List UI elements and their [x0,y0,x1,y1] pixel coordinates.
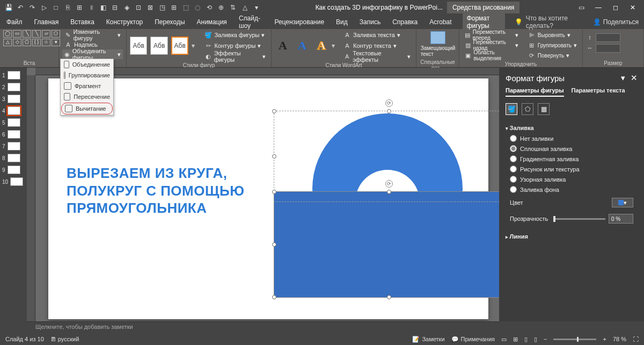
lang-indicator[interactable]: 🖹 русский [50,336,79,342]
fill-picture[interactable]: Рисунок или текстура [506,164,638,174]
qat-icon[interactable]: ◌ [192,2,203,13]
fill-section-header[interactable]: Заливка [506,123,638,133]
save-icon[interactable]: 💾 [3,2,14,13]
menu-design[interactable]: Конструктор [105,16,144,28]
send-backward-button[interactable]: ▥Переместить назад▾ [463,40,521,50]
merge-shapes-button[interactable]: ◉Объединить фигуры▾ [62,49,123,59]
selection-pane-button[interactable]: ▣Область выделения [463,51,521,60]
shape-outline-button[interactable]: ✏Контур фигуры▾ [202,41,268,51]
qat-icon[interactable]: △ [239,2,250,13]
resize-handle[interactable] [272,154,276,159]
qat-icon[interactable]: ◈ [121,2,132,13]
menu-insert[interactable]: Вставка [69,16,96,28]
menu-animations[interactable]: Анимация [196,16,228,28]
qat-icon[interactable]: ⎘ [62,2,73,13]
view-sorter-icon[interactable]: ⊞ [513,336,518,343]
fill-line-icon[interactable]: 🪣 [506,103,517,115]
slide-text[interactable]: ВЫРЕЗАЕМ ИЗ КРУГА, ПОЛУКРУГ С ПОМОЩЬЮ ПР… [67,164,249,217]
notes-pane[interactable]: Щелкните, чтобы добавить заметки [27,321,499,333]
slide-thumb[interactable]: 1 [2,71,25,80]
slide-thumb[interactable]: 9 [2,166,25,174]
qat-icon[interactable]: ◧ [98,2,108,13]
qat-icon[interactable]: ⟲ [204,2,215,13]
slide-thumb[interactable]: 7 [2,142,25,150]
rotate-handle-icon[interactable]: ⟳ [385,180,393,188]
zoom-level[interactable]: 78 % [613,336,626,342]
menu-help[interactable]: Справка [391,16,419,28]
qat-icon[interactable]: ⫴ [86,2,97,13]
fill-gradient[interactable]: Градиентная заливка [506,154,638,164]
effects-tab-icon[interactable]: ⬠ [522,103,533,115]
menu-review[interactable]: Рецензирование [273,16,325,28]
resize-handle[interactable] [387,109,391,113]
qat-icon[interactable]: ⊠ [145,2,156,13]
rotate-button[interactable]: ⟳Повернуть▾ [526,51,579,60]
fill-none[interactable]: Нет заливки [506,133,638,143]
slide-thumb[interactable]: 4 [2,106,25,115]
opacity-input[interactable]: 0 % [609,214,633,224]
tell-me-search[interactable]: 💡Что вы хотите сделать? [515,15,574,30]
combine-item[interactable]: Группирование [61,70,113,81]
qat-icon[interactable]: ⇅ [228,2,238,13]
fit-to-window-icon[interactable]: ⛶ [633,336,639,342]
menu-record[interactable]: Запись [358,16,382,28]
shape-options-tab[interactable]: Параметры фигуры [506,87,564,97]
ribbon-options-icon[interactable]: ▭ [573,1,589,14]
slide-thumb[interactable]: 10 [2,177,25,186]
width-input[interactable] [596,44,620,53]
slide-thumb[interactable]: 5 [2,118,25,127]
context-tab[interactable]: Средства рисования [447,2,519,13]
undo-icon[interactable]: ↶ [15,2,26,13]
redo-icon[interactable]: ↷ [27,2,38,13]
shape-effects-button[interactable]: ◐Эффекты фигуры▾ [202,52,268,61]
zoom-out-icon[interactable]: − [544,336,547,342]
comments-button[interactable]: 💬 Примечания [451,336,495,343]
resize-handle[interactable] [272,295,276,299]
view-reading-icon[interactable]: ▯ [524,336,528,343]
slide-thumb[interactable]: 6 [2,130,25,139]
shapes-gallery[interactable]: ◯▭╲╲▱⬡ △◇⬠{ }☆▾ [3,30,55,46]
zoom-slider[interactable] [553,339,596,340]
fill-background[interactable]: Заливка фона [506,184,638,195]
line-section-header[interactable]: Линия [506,231,638,242]
menu-acrobat[interactable]: Acrobat [428,16,452,28]
wordart-gallery[interactable]: AAA [275,38,330,54]
shape-style-item[interactable]: Абв [130,37,147,55]
share-button[interactable]: 👤Поделиться [593,18,639,26]
color-picker-button[interactable]: ▾ [612,198,633,207]
minimize-icon[interactable]: — [590,1,606,14]
qat-icon[interactable]: ⊕ [216,2,226,13]
view-normal-icon[interactable]: ▭ [501,336,507,343]
qat-icon[interactable]: ⊡ [133,2,144,13]
qat-icon[interactable]: □ [50,2,61,13]
pane-menu-icon[interactable]: ▾ [621,73,625,83]
edit-shape-button[interactable]: ✎Изменить фигуру▾ [62,30,123,40]
text-options-tab[interactable]: Параметры текста [572,87,625,97]
qat-icon[interactable]: ◳ [157,2,167,13]
fill-solid[interactable]: Сплошная заливка [506,143,638,154]
pane-close-icon[interactable]: ✕ [631,73,638,83]
gallery-more-icon[interactable]: ▾ [192,42,195,49]
align-button[interactable]: ⊫Выровнять▾ [526,30,579,40]
slide[interactable]: ВЫРЕЗАЕМ ИЗ КРУГА, ПОЛУКРУГ С ПОМОЩЬЮ ПР… [48,78,488,319]
slide-thumb[interactable]: 8 [2,154,25,162]
shape-style-item[interactable]: Абв [150,37,167,55]
shape-fill-button[interactable]: 🪣Заливка фигуры▾ [202,30,268,40]
menu-view[interactable]: Вид [335,16,349,28]
resize-handle[interactable] [387,295,391,299]
menu-home[interactable]: Главная [33,16,60,28]
qat-icon[interactable]: ⊞ [74,2,85,13]
height-input[interactable] [596,33,620,42]
slide-thumb[interactable]: 3 [2,95,25,103]
slide-indicator[interactable]: Слайд 4 из 10 [5,336,44,342]
resize-handle[interactable] [272,109,276,113]
alt-text-button[interactable]: Замещающий текст [420,30,456,58]
opacity-slider[interactable] [553,218,605,220]
text-fill-button[interactable]: AЗаливка текста▾ [341,30,413,40]
start-icon[interactable]: ▷ [39,2,49,13]
maximize-icon[interactable]: ◻ [608,1,624,14]
view-slideshow-icon[interactable]: ▯ [534,336,537,343]
fragment-item[interactable]: Фрагмент [61,81,113,91]
group-button[interactable]: ⊞Группировать▾ [526,40,579,50]
fill-pattern[interactable]: Узорная заливка [506,174,638,184]
